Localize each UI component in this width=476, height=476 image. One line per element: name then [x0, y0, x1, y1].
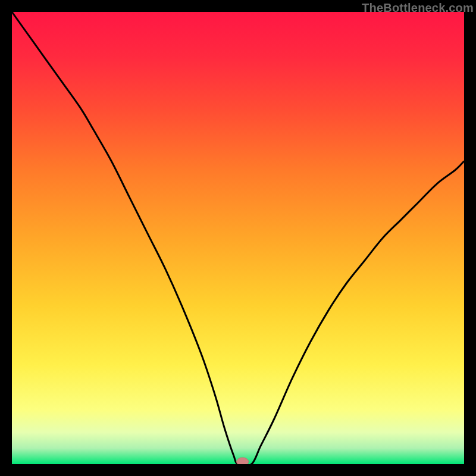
gradient-background [12, 12, 464, 464]
plot-area [12, 12, 464, 464]
chart-frame: TheBottleneck.com [0, 0, 476, 476]
bottleneck-chart [12, 12, 464, 464]
optimal-point-marker [237, 458, 249, 464]
watermark-label: TheBottleneck.com [362, 1, 474, 15]
